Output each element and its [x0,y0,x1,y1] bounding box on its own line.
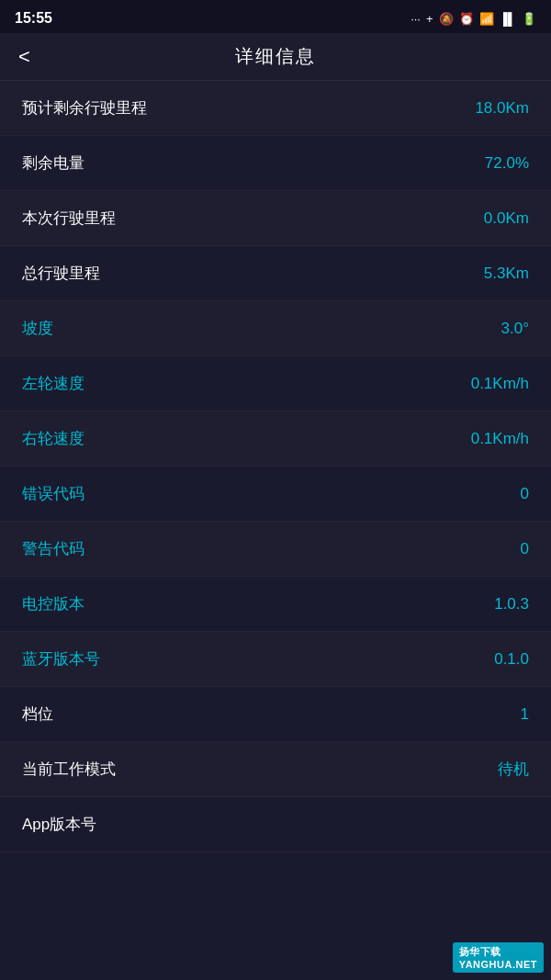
wifi-icon: 📶 [479,12,494,26]
watermark-url: YANGHUA.NET [459,959,537,970]
battery-icon: 🔋 [522,12,536,26]
table-row: 总行驶里程5.3Km [0,246,551,301]
row-value: 待机 [498,759,529,780]
table-row: 档位1 [0,687,551,742]
row-value: 0 [521,485,529,503]
row-label: 蓝牙版本号 [22,648,100,670]
row-value: 0.1Km/h [471,375,529,393]
row-value: 18.0Km [475,99,529,118]
row-label: 当前工作模式 [22,759,116,780]
row-label: 预计剩余行驶里程 [22,97,147,118]
row-label: 警告代码 [22,538,84,559]
row-value: 0.1.0 [494,650,529,669]
table-row: 右轮速度0.1Km/h [0,411,551,467]
row-value: 0.0Km [484,209,529,228]
row-value: 72.0% [485,154,529,173]
table-row: 坡度3.0° [0,301,551,356]
back-button[interactable]: < [18,45,30,69]
signal-dots-icon: ··· [410,12,421,26]
row-label: 错误代码 [22,483,84,504]
row-label: App版本号 [22,814,96,835]
page-title: 详细信息 [235,44,316,69]
table-row: 剩余电量72.0% [0,136,551,191]
watermark: 扬华下载 YANGHUA.NET [453,942,544,973]
signal-bars-icon: ▐▌ [500,12,516,26]
status-time: 15:55 [15,10,52,27]
table-row: 电控版本1.0.3 [0,577,551,632]
table-row: 错误代码0 [0,467,551,522]
row-label: 坡度 [22,318,53,339]
nav-bar: < 详细信息 [0,33,551,81]
row-value: 0 [521,540,529,558]
row-label: 右轮速度 [22,428,84,449]
row-label: 左轮速度 [22,373,84,394]
row-label: 本次行驶里程 [22,208,116,229]
alarm-icon: ⏰ [459,12,474,26]
table-row: 警告代码0 [0,522,551,577]
row-value: 1.0.3 [494,595,529,614]
row-value: 3.0° [501,320,529,338]
table-row: 左轮速度0.1Km/h [0,356,551,411]
row-label: 电控版本 [22,593,84,614]
row-label: 档位 [22,704,53,725]
table-row: App版本号 [0,797,551,852]
bluetooth-icon: +︎ [426,12,433,26]
status-bar: 15:55 ··· +︎ 🔕 ⏰ 📶 ▐▌ 🔋 [0,0,551,33]
status-icons: ··· +︎ 🔕 ⏰ 📶 ▐▌ 🔋 [410,12,536,26]
table-row: 蓝牙版本号0.1.0 [0,632,551,687]
row-value: 5.3Km [484,265,529,283]
row-label: 剩余电量 [22,152,84,174]
info-list: 预计剩余行驶里程18.0Km剩余电量72.0%本次行驶里程0.0Km总行驶里程5… [0,81,551,852]
row-value: 0.1Km/h [471,430,529,448]
table-row: 当前工作模式待机 [0,742,551,797]
table-row: 本次行驶里程0.0Km [0,191,551,246]
table-row: 预计剩余行驶里程18.0Km [0,81,551,136]
watermark-text: 扬华下载 [459,946,501,957]
row-value: 1 [521,705,529,724]
mute-icon: 🔕 [439,12,454,26]
row-label: 总行驶里程 [22,263,100,284]
